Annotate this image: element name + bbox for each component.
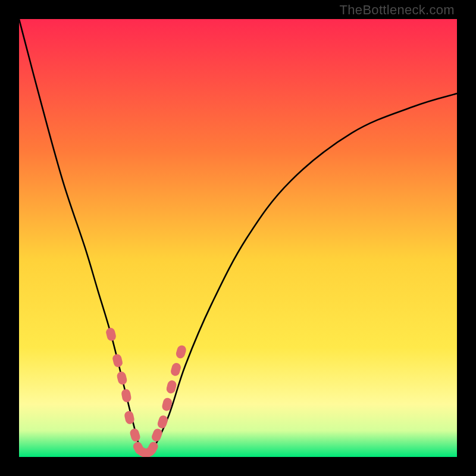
curve-marker [170,362,181,377]
bottleneck-curve [19,19,457,457]
curve-marker [156,414,169,430]
curve-layer [19,19,457,457]
curve-marker [151,427,164,443]
watermark-text: TheBottleneck.com [340,2,455,18]
chart-frame: TheBottleneck.com [0,0,476,476]
curve-marker [105,327,117,342]
curve-markers [105,327,187,457]
curve-marker [121,389,132,403]
curve-marker [116,371,128,386]
curve-marker [129,428,142,443]
curve-marker [175,345,187,359]
plot-area [19,19,457,457]
curve-marker [165,380,177,394]
curve-marker [112,353,124,368]
